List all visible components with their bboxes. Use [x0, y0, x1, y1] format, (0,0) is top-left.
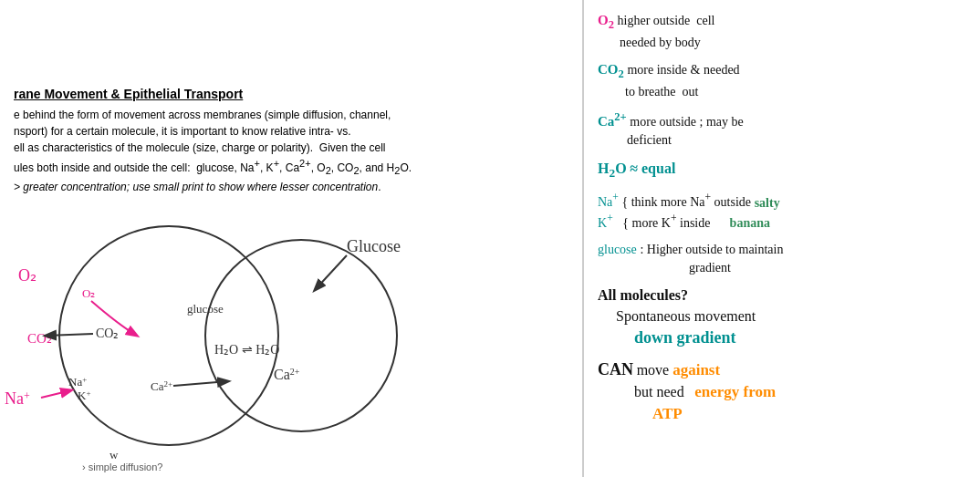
- ca2-annotation: Ca2+ more outside ; may be deficient: [598, 109, 966, 150]
- diagram-svg: O₂ O₂ CO₂ CO₂ Na+ Na+ K+ Glucose glucose…: [0, 190, 575, 472]
- section-title: rane Movement & Epithelial Transport: [14, 87, 568, 101]
- body-text: e behind the form of movement across mem…: [14, 107, 561, 195]
- o2-annotation: O2 higher outside cell needed by body: [598, 11, 966, 51]
- na-k-annotation: Na+ { think more Na+ outside salty K+ { …: [598, 192, 966, 233]
- can-move-annotation: CAN move against but need energy from AT…: [598, 358, 966, 425]
- page-container: rane Movement & Epithelial Transport e b…: [0, 0, 980, 477]
- left-panel: rane Movement & Epithelial Transport e b…: [0, 0, 584, 477]
- svg-text:Na+: Na+: [68, 375, 87, 389]
- svg-text:CO₂: CO₂: [96, 327, 119, 340]
- all-molecules-annotation: All molecules? Spontaneous movement down…: [598, 285, 966, 349]
- svg-text:Ca2+: Ca2+: [274, 367, 300, 382]
- glucose-annotation: glucose : Higher outside to maintain gra…: [598, 241, 966, 276]
- svg-text:Ca2+: Ca2+: [151, 379, 172, 393]
- svg-text:w: w: [109, 448, 119, 461]
- svg-text:CO₂: CO₂: [27, 331, 52, 346]
- svg-text:Na+: Na+: [5, 389, 30, 408]
- svg-text:O₂: O₂: [18, 266, 36, 285]
- svg-text:glucose: glucose: [187, 302, 224, 316]
- svg-text:Glucose: Glucose: [347, 237, 401, 255]
- svg-point-0: [59, 226, 278, 445]
- right-panel: O2 higher outside cell needed by body CO…: [584, 0, 980, 477]
- svg-text:K+: K+: [78, 389, 90, 402]
- svg-text:O₂: O₂: [82, 286, 95, 300]
- svg-point-1: [205, 240, 397, 431]
- h2o-annotation: H2O ≈ equal: [598, 159, 966, 182]
- svg-text:› simple diffusion?: › simple diffusion?: [82, 461, 162, 472]
- svg-text:H₂O ⇌ H₂O: H₂O ⇌ H₂O: [214, 343, 279, 357]
- co2-annotation: CO2 more inside & needed to breathe out: [598, 60, 966, 100]
